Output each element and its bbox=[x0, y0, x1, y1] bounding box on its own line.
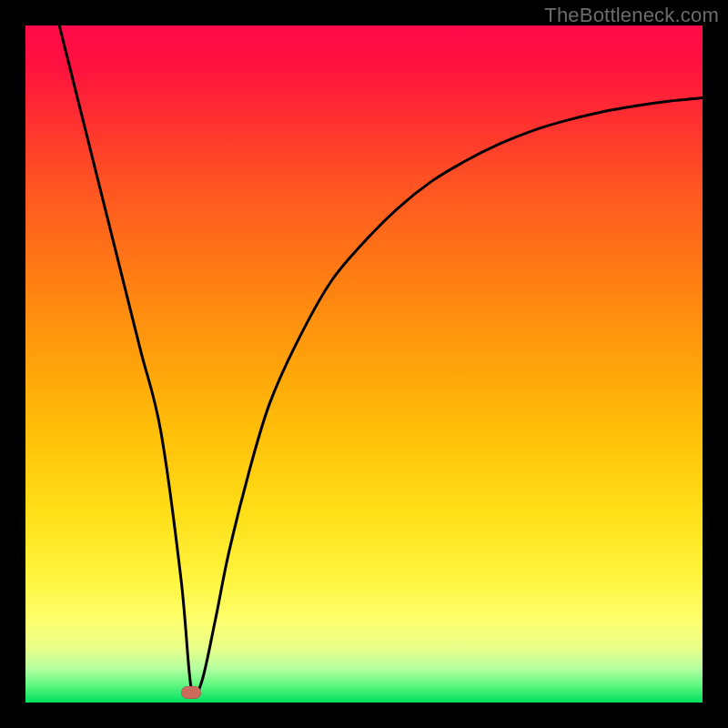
chart-frame: TheBottleneck.com bbox=[0, 0, 728, 728]
optimum-marker bbox=[181, 686, 201, 699]
plot-area bbox=[25, 25, 703, 703]
bottleneck-curve bbox=[25, 25, 703, 703]
curve-path bbox=[59, 25, 703, 697]
credit-label: TheBottleneck.com bbox=[544, 4, 719, 27]
